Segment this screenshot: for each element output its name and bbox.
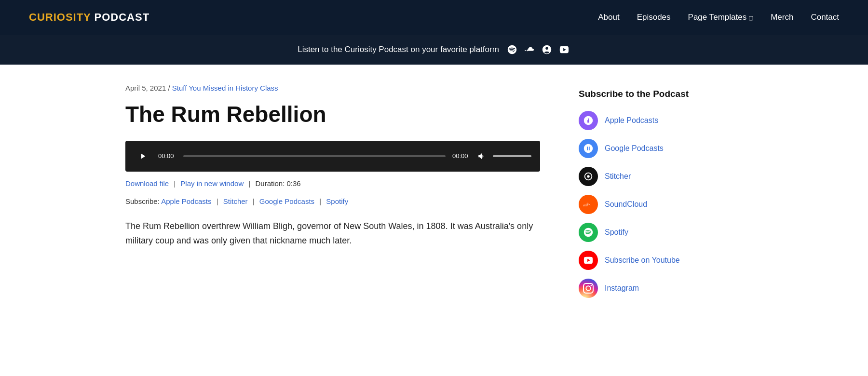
instagram-icon bbox=[579, 279, 598, 298]
spotify-link[interactable]: Spotify bbox=[605, 228, 628, 237]
duration-text: Duration: 0:36 bbox=[255, 179, 300, 188]
sidebar: Subscribe to the Podcast Apple Podcasts … bbox=[579, 84, 714, 298]
stitcher-link[interactable]: Stitcher bbox=[605, 172, 631, 181]
nav-episodes[interactable]: Episodes bbox=[637, 13, 671, 22]
sidebar-title: Subscribe to the Podcast bbox=[579, 89, 714, 99]
subscribe-spotify[interactable]: Spotify bbox=[326, 197, 348, 205]
logo-curiosity: CURIOSITY bbox=[29, 11, 91, 23]
nav-contact[interactable]: Contact bbox=[811, 13, 839, 22]
time-current: 00:00 bbox=[158, 152, 176, 160]
youtube-header-icon[interactable] bbox=[558, 43, 570, 56]
sidebar-item-youtube: Subscribe on Youtube bbox=[579, 251, 714, 270]
post-category[interactable]: Stuff You Missed in History Class bbox=[172, 84, 278, 92]
sidebar-item-google: Google Podcasts bbox=[579, 139, 714, 158]
post-date: April 5, 2021 bbox=[125, 84, 166, 92]
post-meta: April 5, 2021 / Stuff You Missed in Hist… bbox=[125, 84, 540, 92]
instagram-link[interactable]: Instagram bbox=[605, 284, 639, 293]
sub-header-text: Listen to the Curiosity Podcast on your … bbox=[298, 45, 499, 54]
nav-about[interactable]: About bbox=[598, 13, 619, 22]
sidebar-item-spotify: Spotify bbox=[579, 223, 714, 242]
sub-sep3: | bbox=[319, 197, 323, 205]
apple-podcasts-icon bbox=[579, 111, 598, 130]
soundcloud-icon bbox=[579, 195, 598, 214]
main-nav: About Episodes Page Templates▢ Merch Con… bbox=[598, 13, 839, 22]
new-window-link[interactable]: Play in new window bbox=[180, 179, 244, 188]
audio-player: 00:00 00:00 bbox=[125, 141, 540, 172]
site-header: CURIOSITY PODCAST About Episodes Page Te… bbox=[0, 0, 868, 35]
player-links: Download file | Play in new window | Dur… bbox=[125, 179, 540, 188]
sidebar-item-apple: Apple Podcasts bbox=[579, 111, 714, 130]
spotify-header-icon[interactable] bbox=[506, 43, 518, 56]
volume-fill bbox=[493, 155, 531, 157]
play-button[interactable] bbox=[134, 148, 151, 165]
subscribe-line: Subscribe: Apple Podcasts | Stitcher | G… bbox=[125, 197, 540, 205]
sub-header-banner: Listen to the Curiosity Podcast on your … bbox=[0, 35, 868, 65]
platform-icons bbox=[506, 43, 570, 56]
sidebar-item-stitcher: Stitcher bbox=[579, 167, 714, 186]
page-wrapper: April 5, 2021 / Stuff You Missed in Hist… bbox=[96, 65, 772, 317]
sep1: | bbox=[174, 179, 177, 188]
subscribe-stitcher[interactable]: Stitcher bbox=[223, 197, 248, 205]
time-total: 00:00 bbox=[452, 152, 471, 160]
logo-podcast: PODCAST bbox=[91, 11, 149, 23]
subscribe-google[interactable]: Google Podcasts bbox=[259, 197, 314, 205]
spotify-icon bbox=[579, 223, 598, 242]
nav-page-templates[interactable]: Page Templates▢ bbox=[688, 13, 754, 22]
main-content: April 5, 2021 / Stuff You Missed in Hist… bbox=[125, 84, 540, 248]
post-body: The Rum Rebellion overthrew William Blig… bbox=[125, 219, 540, 248]
sidebar-list: Apple Podcasts Google Podcasts Stitcher … bbox=[579, 111, 714, 298]
apple-header-icon[interactable] bbox=[541, 43, 553, 56]
post-title: The Rum Rebellion bbox=[125, 102, 540, 127]
progress-track[interactable] bbox=[183, 155, 446, 157]
sub-sep2: | bbox=[253, 197, 257, 205]
mute-button[interactable] bbox=[477, 152, 486, 161]
google-podcasts-link[interactable]: Google Podcasts bbox=[605, 144, 664, 153]
subscribe-apple[interactable]: Apple Podcasts bbox=[161, 197, 211, 205]
soundcloud-link[interactable]: SoundCloud bbox=[605, 200, 647, 209]
volume-slider[interactable] bbox=[493, 155, 531, 157]
sidebar-item-instagram: Instagram bbox=[579, 279, 714, 298]
meta-separator: / bbox=[168, 84, 172, 92]
youtube-icon bbox=[579, 251, 598, 270]
post-body-text: The Rum Rebellion overthrew William Blig… bbox=[125, 219, 540, 248]
nav-merch[interactable]: Merch bbox=[771, 13, 793, 22]
apple-podcasts-link[interactable]: Apple Podcasts bbox=[605, 116, 658, 125]
stitcher-icon bbox=[579, 167, 598, 186]
youtube-link[interactable]: Subscribe on Youtube bbox=[605, 256, 680, 265]
sub-sep1: | bbox=[217, 197, 220, 205]
sep2: | bbox=[248, 179, 252, 188]
site-logo: CURIOSITY PODCAST bbox=[29, 11, 149, 24]
subscribe-label: Subscribe: bbox=[125, 197, 160, 205]
google-podcasts-icon bbox=[579, 139, 598, 158]
download-link[interactable]: Download file bbox=[125, 179, 169, 188]
dropdown-icon: ▢ bbox=[748, 15, 753, 21]
sidebar-item-soundcloud: SoundCloud bbox=[579, 195, 714, 214]
soundcloud-header-icon[interactable] bbox=[523, 43, 536, 56]
svg-point-1 bbox=[587, 175, 590, 178]
